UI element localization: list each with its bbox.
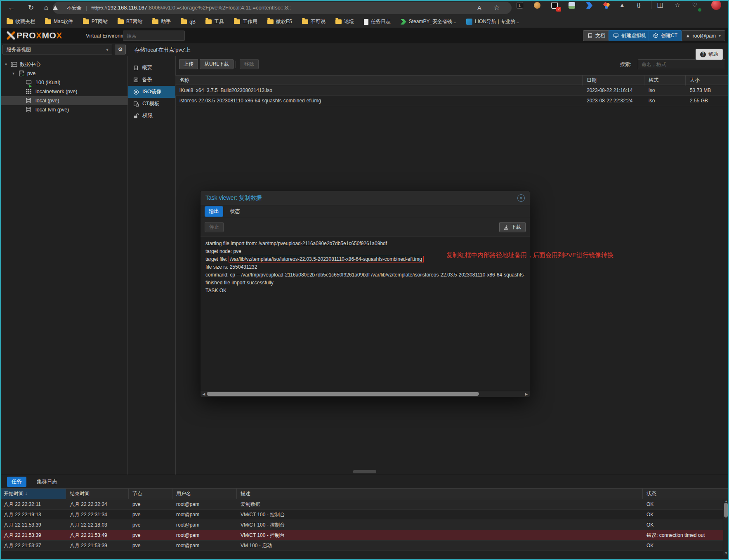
iso-table-row[interactable]: iKuai8_x64_3.7.5_Build202308021413.iso 2… (175, 85, 729, 96)
tree-item-local-lvm-storage[interactable]: local-lvm (pve) (0, 105, 128, 114)
column-header-name[interactable]: 名称 (175, 76, 583, 85)
task-viewer-dialog: Task viewer: 复制数据 × 输出 状态 停止 下载 starting… (200, 191, 530, 397)
bookmark-item[interactable]: 不可说 (302, 18, 326, 25)
task-row[interactable]: 八月 22 22:32:11 八月 22 22:32:24 pve root@p… (0, 499, 723, 510)
remove-button[interactable]: 移除 (240, 59, 259, 69)
ext-automate-icon[interactable] (584, 0, 594, 10)
column-header-description[interactable]: 描述 (237, 489, 643, 499)
scroll-left-icon[interactable]: ◀ (201, 392, 206, 397)
upload-button[interactable]: 上传 (179, 59, 198, 69)
iso-search-input[interactable] (638, 59, 725, 69)
menu-item-summary[interactable]: 概要 (128, 62, 175, 74)
close-icon[interactable]: × (517, 194, 525, 202)
task-row[interactable]: 八月 22 21:53:37 八月 22 21:53:39 pve root@p… (0, 541, 723, 551)
collections-icon[interactable]: ☆ (672, 0, 682, 10)
bookmark-item[interactable]: Mac软件 (45, 18, 73, 25)
view-select[interactable]: 服务器视图▾ (2, 45, 112, 54)
back-icon[interactable]: ← (7, 3, 17, 13)
bookmark-item[interactable]: 微软E5 (267, 18, 292, 25)
bookmark-item[interactable]: 助手 (152, 18, 171, 25)
global-search-input[interactable] (123, 31, 185, 41)
expand-icon[interactable]: ▾ (12, 69, 14, 78)
profile-avatar[interactable] (711, 0, 721, 10)
browser-essentials-icon[interactable]: ♡ (690, 0, 700, 10)
download-log-button[interactable]: 下载 (499, 222, 526, 232)
help-button[interactable]: ?帮助 (696, 49, 723, 60)
column-header-date[interactable]: 日期 (583, 76, 644, 85)
ext-listary-icon[interactable]: L (515, 0, 525, 10)
panel-splitter-handle[interactable] (353, 470, 376, 473)
tree-item-local-storage[interactable]: local (pve) (0, 96, 128, 105)
tab-status[interactable]: 状态 (226, 206, 244, 217)
bookmark-item[interactable]: SteamPY_安全省钱... (401, 18, 456, 25)
scrollbar-thumb[interactable] (724, 503, 728, 517)
read-aloud-icon[interactable]: A (474, 3, 484, 13)
tab-tasks[interactable]: 任务 (7, 477, 26, 487)
favorite-star-icon[interactable]: ☆ (492, 3, 502, 13)
user-menu[interactable]: root@pam ▾ (682, 30, 725, 41)
tab-cluster-log[interactable]: 集群日志 (32, 477, 62, 487)
stop-button[interactable]: 停止 (205, 222, 224, 232)
menu-item-iso-images[interactable]: ISO镜像 (128, 86, 175, 98)
menu-item-backup[interactable]: 备份 (128, 74, 175, 86)
horizontal-scrollbar[interactable]: ◀ ▶ (201, 391, 530, 397)
column-header-status[interactable]: 状态 (643, 489, 720, 499)
create-ct-button[interactable]: 创建CT (649, 30, 682, 41)
task-row[interactable]: 八月 22 22:19:13 八月 22 22:31:34 pve root@p… (0, 510, 723, 520)
dialog-header[interactable]: Task viewer: 复制数据 × (201, 191, 530, 205)
scroll-down-icon[interactable]: ▼ (723, 551, 729, 555)
scrollbar-thumb[interactable] (207, 392, 479, 396)
iso-name: iKuai8_x64_3.7.5_Build202308021413.iso (175, 85, 583, 96)
ext-triangle-icon[interactable]: ▲ (617, 0, 627, 10)
create-vm-button[interactable]: 创建虚拟机 (609, 30, 651, 41)
tree-settings-button[interactable]: ⚙ (115, 45, 126, 54)
column-header-start-time[interactable]: 开始时间 ↓ (0, 489, 66, 499)
ext-photos-icon[interactable] (567, 0, 577, 10)
vertical-scrollbar[interactable]: ▲ ▼ (723, 499, 729, 555)
split-screen-icon[interactable]: ◫ (655, 0, 665, 10)
column-header-user[interactable]: 用户名 (172, 489, 237, 499)
tree-item-vm-100[interactable]: ▶ 100 (iKuai) (0, 78, 128, 87)
task-description: 复制数据 (237, 499, 260, 510)
download-from-url-button[interactable]: 从URL下载 (200, 59, 234, 69)
tree-item-pve[interactable]: ▾ ✓ pve (0, 69, 128, 78)
expand-icon[interactable]: ▾ (5, 60, 7, 69)
menu-item-permissions[interactable]: 权限 (128, 110, 175, 122)
bookmark-item[interactable]: 任务日志 (364, 18, 391, 25)
tree-item-localnetwork[interactable]: localnetwork (pve) (0, 87, 128, 96)
ext-screenshot-icon[interactable]: 2 (550, 0, 559, 10)
bookmark-favorites-bar[interactable]: 收藏夹栏 (7, 18, 35, 25)
task-row-error[interactable]: 八月 22 21:53:39 八月 22 21:53:49 pve root@p… (0, 530, 723, 541)
bookmark-item[interactable]: 工具 (205, 18, 224, 25)
bookmark-label: 收藏夹栏 (15, 18, 35, 25)
bookmark-item[interactable]: LION导航 | 专业的... (466, 18, 519, 25)
address-bar[interactable]: 不安全|https://192.168.116.167:8006/#v1:0:=… (53, 2, 512, 14)
task-description: VM/CT 100 - 控制台 (237, 510, 285, 520)
disc-icon (133, 89, 139, 95)
ext-cookie-icon[interactable] (532, 0, 542, 10)
column-header-node[interactable]: 节点 (129, 489, 172, 499)
tree-item-datacenter[interactable]: ▾ 数据中心 (0, 60, 128, 69)
tree-label: 100 (iKuai) (35, 78, 60, 87)
scroll-right-icon[interactable]: ▶ (524, 392, 529, 397)
ext-colordots-icon[interactable] (602, 0, 611, 10)
task-log-output[interactable]: starting file import from: /var/tmp/pveu… (201, 236, 530, 391)
column-header-size[interactable]: 大小 (686, 76, 729, 85)
ext-brackets-icon[interactable]: {} (634, 0, 644, 10)
bookmark-item[interactable]: PT网站 (83, 18, 108, 25)
bookmark-item[interactable]: qB (181, 19, 196, 25)
home-icon[interactable]: ⌂ (41, 3, 51, 13)
iso-table-row[interactable]: istoreos-22.03.5-2023081110-x86-64-squas… (175, 96, 729, 106)
refresh-icon[interactable]: ↻ (26, 3, 36, 13)
tab-output[interactable]: 输出 (205, 206, 223, 217)
bookmark-item[interactable]: 工作用 (234, 18, 257, 25)
column-header-format[interactable]: 格式 (644, 76, 686, 85)
bookmark-item[interactable]: BT网站 (118, 18, 142, 25)
bookmark-item[interactable]: 论坛 (335, 18, 354, 25)
toolbar-separator (236, 61, 236, 68)
menu-item-ct-templates[interactable]: CT模板 (128, 98, 175, 110)
browser-toolbar: ← ↻ ⌂ 不安全|https://192.168.116.167:8006/#… (0, 0, 729, 16)
column-header-end-time[interactable]: 结束时间 (66, 489, 129, 499)
documentation-button[interactable]: 文档 (583, 30, 610, 41)
task-row[interactable]: 八月 22 21:53:39 八月 22 22:18:03 pve root@p… (0, 520, 723, 530)
